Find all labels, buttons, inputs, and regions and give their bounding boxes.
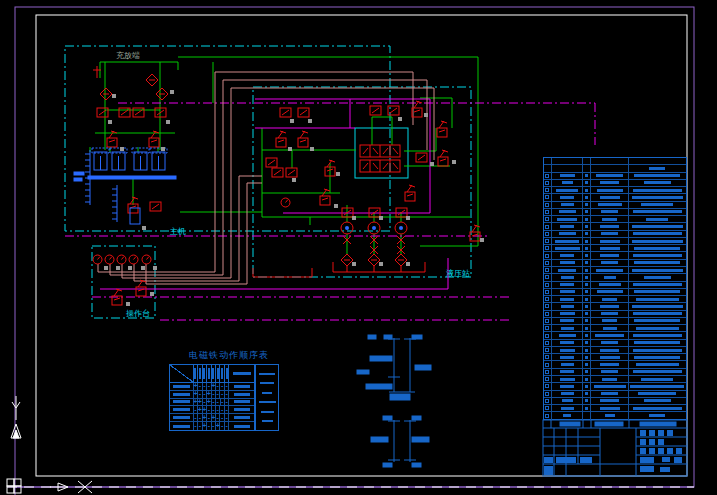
directional-valve-icon — [360, 160, 400, 172]
pump-motor-icon — [368, 222, 380, 234]
bom-table-row — [544, 158, 686, 165]
relief-valve-icon — [405, 185, 415, 201]
pressure-gauge-icon — [117, 255, 126, 264]
pump-motor-icon — [395, 222, 407, 234]
sequence-table-row: --+-+--- — [170, 414, 254, 422]
bom-table-row — [544, 398, 686, 405]
bom-table-row — [544, 369, 686, 376]
bom-table-row — [544, 194, 686, 201]
cylinder-icon — [92, 148, 109, 170]
bom-table-row — [544, 260, 686, 267]
sequence-table-notes-column — [255, 364, 279, 431]
filter-icon — [368, 254, 380, 266]
zone-label-hydraulic-station: 液压站 — [446, 268, 470, 279]
relief-valve-icon — [437, 121, 447, 137]
bom-table-row — [544, 412, 686, 419]
sequence-extra-column-header — [229, 365, 254, 382]
relief-valve-icon — [276, 131, 286, 147]
bom-table-row — [544, 180, 686, 187]
console-components — [93, 255, 151, 305]
pressure-gauge-icon — [142, 255, 151, 264]
bom-table-row — [544, 274, 686, 281]
bom-table-row — [544, 231, 686, 238]
bom-table-row — [544, 282, 686, 289]
cylinder-icon — [110, 148, 127, 170]
bom-table-row — [544, 267, 686, 274]
check-valve-icon — [156, 88, 168, 100]
bom-table-row — [544, 173, 686, 180]
zone-label-charging-end: 充放端 — [116, 50, 140, 61]
bom-table-row — [544, 383, 686, 390]
pipe-dimension-diagram-top — [357, 335, 431, 400]
north-arrow-icon — [11, 396, 21, 438]
solenoid-sequence-table: +---+---+--+----++-+-----++-------+-+---… — [169, 364, 255, 431]
bom-parts-table — [543, 157, 687, 420]
pipe-dimension-diagram-bottom — [371, 416, 429, 467]
relief-valve-icon — [320, 189, 330, 205]
cylinder-icon — [132, 148, 149, 170]
bom-table-row — [544, 216, 686, 223]
valve-icon — [286, 168, 297, 177]
check-valve-icon — [146, 74, 158, 86]
bom-table-row — [544, 223, 686, 230]
hydraulic-station-zone-box — [253, 87, 471, 277]
bom-table-row — [544, 303, 686, 310]
bom-table-row — [544, 376, 686, 383]
bom-table-row — [544, 202, 686, 209]
rack-icon — [112, 185, 117, 222]
bom-table-row — [544, 311, 686, 318]
bom-table-row — [544, 391, 686, 398]
valve-icon — [97, 108, 108, 117]
bom-table-row — [544, 252, 686, 259]
rack-icon — [85, 150, 90, 205]
bom-table-row — [544, 289, 686, 296]
bom-table-row — [544, 325, 686, 332]
bom-table-row — [544, 165, 686, 172]
relief-valve-icon — [438, 150, 448, 166]
filter-icon — [341, 254, 353, 266]
filter-icon — [395, 254, 407, 266]
sequence-table-title: 电磁铁动作顺序表 — [189, 349, 269, 362]
pressure-gauge-icon — [93, 255, 102, 264]
sequence-table-row: --+--+-- — [170, 422, 254, 430]
zone-label-console: 操作台 — [126, 308, 150, 319]
check-valve-icon — [100, 88, 112, 100]
bom-table-row — [544, 405, 686, 412]
rail-bar — [88, 176, 176, 179]
bom-table-row — [544, 340, 686, 347]
valve-icon — [370, 106, 381, 115]
bom-table-row — [544, 354, 686, 361]
cylinders-and-racks — [74, 148, 176, 224]
pressure-gauge-icon — [129, 255, 138, 264]
zone-label-machine: 主机 — [170, 226, 186, 237]
relief-valve-icon — [298, 131, 308, 147]
bom-table-row — [544, 347, 686, 354]
pressure-gauge-icon — [105, 255, 114, 264]
station-components — [266, 101, 480, 266]
title-block — [543, 420, 687, 476]
bom-table-row — [544, 361, 686, 368]
gauge-icon — [281, 198, 290, 207]
bom-table-row — [544, 245, 686, 252]
bom-table-row — [544, 332, 686, 339]
valve-icon — [280, 108, 291, 117]
bom-table-row — [544, 238, 686, 245]
bom-table-row — [544, 209, 686, 216]
pump-motor-icon — [341, 222, 353, 234]
bom-table-row — [544, 318, 686, 325]
valve-icon — [416, 153, 427, 162]
lever-valve-icon — [136, 280, 146, 296]
valve-icon — [266, 158, 277, 167]
bom-table-row — [544, 296, 686, 303]
sequence-header-diagonal-cell — [170, 365, 194, 382]
directional-valve-icon — [360, 145, 400, 157]
valve-icon — [133, 108, 144, 117]
plot-corner-glyphs — [7, 396, 92, 493]
valve-icon — [150, 202, 161, 211]
valve-icon — [298, 108, 309, 117]
cad-drawing-canvas: 充放端 主机 操作台 液压站 电磁铁动作顺序表 +---+---+--+----… — [0, 0, 717, 495]
valve-icon — [272, 168, 283, 177]
bom-table-row — [544, 187, 686, 194]
